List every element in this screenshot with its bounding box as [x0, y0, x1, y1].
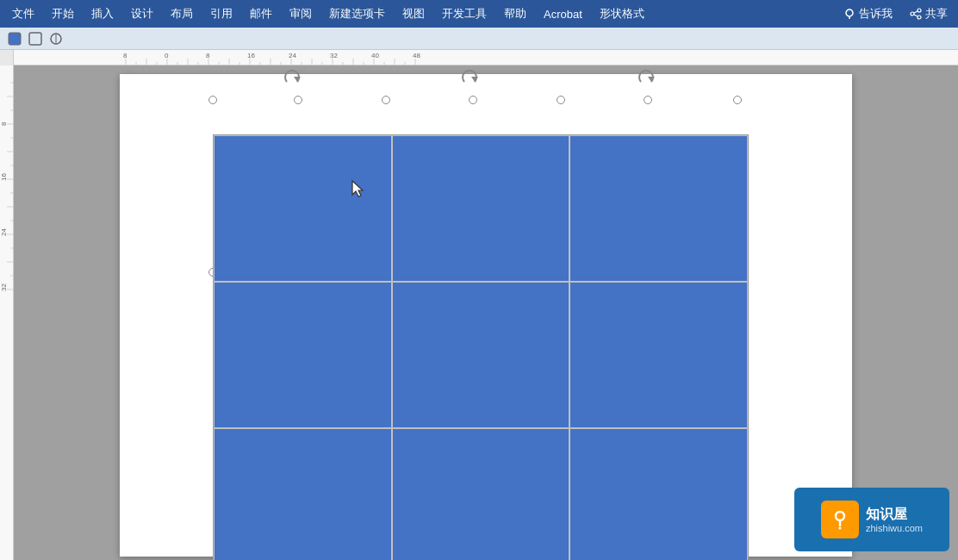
ruler-row	[0, 50, 958, 65]
ribbon-bar	[0, 28, 958, 50]
handle-top-left[interactable]	[208, 96, 217, 104]
grid-cell-5[interactable]	[392, 282, 570, 428]
menu-file[interactable]: 文件	[3, 3, 43, 25]
svg-point-2	[918, 9, 921, 12]
grid-cell-7[interactable]	[214, 428, 392, 560]
document-page	[120, 74, 852, 557]
ruler-corner	[0, 50, 14, 65]
svg-line-6	[914, 15, 918, 16]
handle-top-c2[interactable]	[382, 96, 390, 104]
svg-rect-8	[29, 33, 41, 45]
shape-effects-icon[interactable]	[48, 31, 64, 47]
menu-new-tab[interactable]: 新建选项卡	[320, 3, 394, 25]
grid-cell-9[interactable]	[569, 428, 748, 560]
grid-cell-8[interactable]	[392, 428, 570, 560]
handle-top-c3[interactable]	[469, 96, 477, 104]
main-layout	[0, 65, 958, 560]
watermark-url: zhishiwu.com	[866, 523, 923, 533]
menu-shape-format[interactable]: 形状格式	[591, 3, 653, 25]
svg-marker-11	[294, 77, 301, 82]
svg-marker-12	[471, 77, 478, 82]
vertical-ruler	[0, 65, 14, 560]
svg-point-0	[846, 9, 853, 16]
menu-dev-tools[interactable]: 开发工具	[433, 3, 495, 25]
watermark-icon	[821, 501, 859, 538]
menu-view[interactable]: 视图	[394, 3, 433, 25]
svg-point-15	[836, 512, 844, 520]
menu-help[interactable]: 帮助	[495, 3, 535, 25]
menu-design[interactable]: 设计	[122, 3, 162, 25]
ruler-horizontal	[14, 50, 958, 65]
menu-insert[interactable]: 插入	[83, 3, 122, 25]
menu-tell-me[interactable]: 告诉我	[837, 3, 899, 25]
menu-start[interactable]: 开始	[43, 3, 83, 25]
svg-marker-13	[648, 77, 655, 82]
svg-point-4	[911, 12, 914, 16]
grid-cell-6[interactable]	[569, 282, 748, 428]
grid-cell-1[interactable]	[214, 135, 392, 282]
shape-grid	[213, 134, 749, 560]
ribbon-shape-group	[7, 31, 64, 47]
handle-top-c5[interactable]	[644, 96, 652, 104]
share-icon	[910, 8, 922, 20]
svg-line-5	[914, 11, 918, 13]
handle-top-c4[interactable]	[557, 96, 565, 104]
handle-top-right[interactable]	[733, 96, 742, 104]
watermark-text-area: 知识屋 zhishiwu.com	[866, 506, 923, 534]
question-mark-icon	[828, 507, 852, 532]
watermark-logo: 知识屋 zhishiwu.com	[794, 488, 949, 551]
selection-group[interactable]	[206, 100, 757, 548]
menu-acrobat[interactable]: Acrobat	[535, 4, 591, 24]
lightbulb-icon	[843, 8, 855, 20]
grid-cell-4[interactable]	[214, 282, 392, 428]
grid-cell-3[interactable]	[569, 135, 748, 282]
menu-right-area: 告诉我 共享	[837, 3, 955, 25]
document-area[interactable]	[14, 65, 958, 560]
shape-fill-icon[interactable]	[7, 31, 22, 47]
menu-mail[interactable]: 邮件	[241, 3, 281, 25]
menu-share[interactable]: 共享	[903, 3, 955, 25]
grid-cell-2[interactable]	[392, 135, 570, 282]
svg-point-3	[918, 16, 921, 19]
svg-point-17	[838, 527, 841, 530]
watermark-brand: 知识屋	[866, 506, 923, 524]
menu-review[interactable]: 审阅	[281, 3, 320, 25]
menu-layout[interactable]: 布局	[162, 3, 202, 25]
handle-top-c1[interactable]	[294, 96, 302, 104]
menu-reference[interactable]: 引用	[202, 3, 241, 25]
menu-bar: 文件 开始 插入 设计 布局 引用 邮件 审阅 新建选项卡 视图 开发工具 帮助…	[0, 0, 958, 28]
shape-outline-icon[interactable]	[28, 31, 43, 47]
svg-rect-7	[9, 33, 21, 45]
